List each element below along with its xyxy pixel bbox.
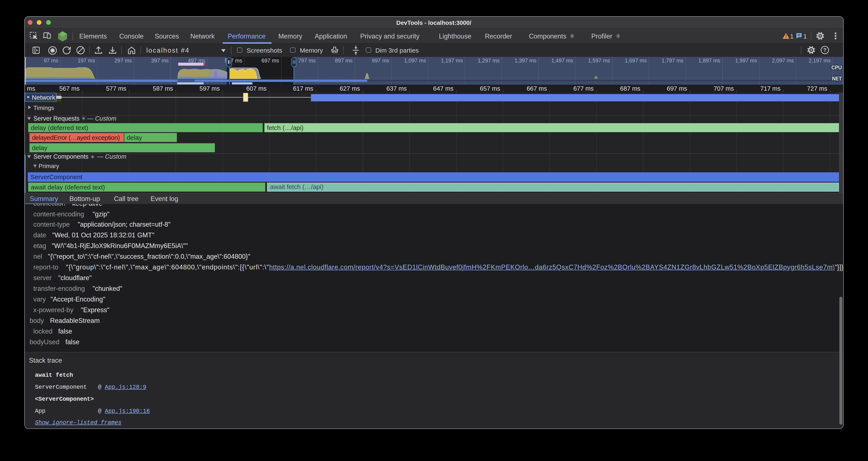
svg-text:?: ? <box>823 47 826 53</box>
